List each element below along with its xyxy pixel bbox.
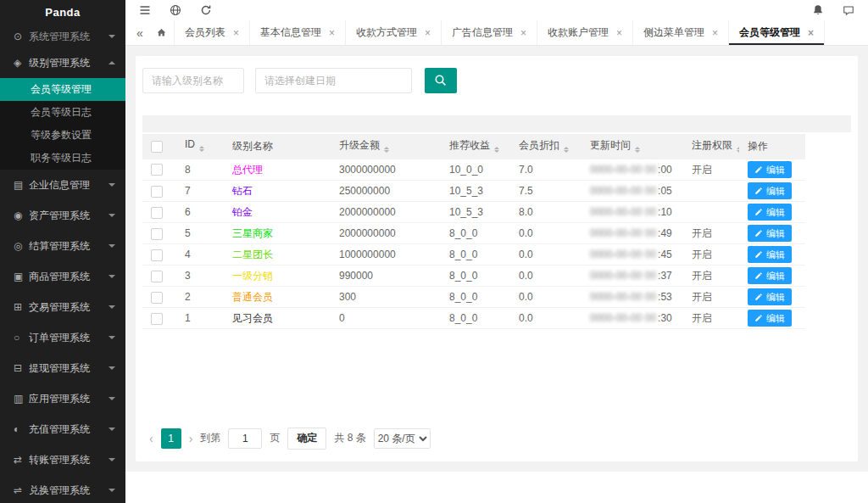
- table-row: 2 普通会员 300 8_0_0 0.0 0000-00-00 00:53 开启…: [142, 287, 805, 308]
- tab-close-icon[interactable]: ×: [425, 27, 431, 39]
- cell-register: 开启: [683, 287, 739, 308]
- redacted-timestamp: 0000-00-00 00: [590, 270, 656, 282]
- building-icon: ▤: [14, 179, 29, 191]
- tab-close-icon[interactable]: ×: [712, 27, 718, 39]
- table-header-row: ID级别名称升级金额推荐收益会员折扣更新时间注册权限操作: [142, 134, 805, 159]
- edit-button[interactable]: 编辑: [748, 161, 792, 178]
- sidebar-item-trade[interactable]: ⊞ 交易管理系统: [0, 292, 125, 322]
- level-name-input[interactable]: [142, 68, 244, 93]
- edit-button[interactable]: 编辑: [748, 310, 792, 327]
- tab-close-icon[interactable]: ×: [520, 27, 526, 39]
- edit-button[interactable]: 编辑: [748, 182, 792, 199]
- tab-close-icon[interactable]: ×: [233, 27, 239, 39]
- row-checkbox[interactable]: [151, 313, 163, 325]
- next-page-button[interactable]: ›: [189, 432, 193, 445]
- cell-updated: 0000-00-00 00:00: [581, 159, 683, 181]
- cell-updated: 0000-00-00 00:49: [581, 223, 683, 244]
- column-header-amount: 升级金额: [331, 134, 441, 159]
- pagination: ‹ 1 › 到第 页 确定 共 8 条 20 条/页: [149, 428, 431, 450]
- tabs-scroll-left-icon[interactable]: «: [131, 20, 149, 44]
- edit-button[interactable]: 编辑: [748, 225, 792, 242]
- row-checkbox[interactable]: [151, 292, 163, 304]
- timestamp-tail: :53: [658, 291, 672, 303]
- edit-button[interactable]: 编辑: [748, 288, 792, 305]
- cell-discount: 7.5: [510, 181, 581, 202]
- edit-button[interactable]: 编辑: [748, 246, 792, 263]
- prev-page-button[interactable]: ‹: [149, 432, 153, 445]
- edit-button-label: 编辑: [766, 249, 785, 261]
- sidebar-subitem-member-level-mgmt[interactable]: 会员等级管理: [0, 78, 125, 101]
- sidebar-item-order[interactable]: ○ 订单管理系统: [0, 322, 125, 353]
- redacted-timestamp: 0000-00-00 00: [590, 249, 656, 260]
- refresh-icon[interactable]: [200, 4, 212, 16]
- sidebar-item-application[interactable]: ▥ 应用管理系统: [0, 383, 125, 414]
- search-button[interactable]: [425, 68, 457, 93]
- bell-icon[interactable]: [812, 4, 824, 16]
- sort-icon[interactable]: [199, 143, 204, 154]
- sidebar-subitem-member-level-log[interactable]: 会员等级日志: [0, 101, 125, 124]
- tab-label: 收款账户管理: [548, 25, 609, 40]
- settlement-icon: ◎: [14, 240, 29, 252]
- sidebar-item-withdraw[interactable]: ⊟ 提现管理系统: [0, 353, 125, 383]
- row-checkbox[interactable]: [151, 271, 163, 282]
- sidebar-item-goods[interactable]: ▣ 商品管理系统: [0, 261, 125, 292]
- tab-0[interactable]: 会员列表 ×: [175, 20, 250, 44]
- cell-id: 5: [176, 223, 224, 244]
- collapse-sidebar-icon[interactable]: [139, 4, 151, 16]
- sidebar-item-recharge[interactable]: ◐ 充值管理系统: [0, 414, 125, 444]
- sidebar-item-settlement[interactable]: ◎ 结算管理系统: [0, 231, 125, 261]
- tab-2[interactable]: 收款方式管理 ×: [346, 20, 442, 44]
- edit-pencil-icon: [754, 250, 763, 259]
- tab-close-icon[interactable]: ×: [808, 27, 814, 39]
- tab-6[interactable]: 会员等级管理 ×: [729, 20, 825, 44]
- tab-close-icon[interactable]: ×: [616, 27, 622, 39]
- sort-icon[interactable]: [635, 144, 640, 155]
- row-checkbox[interactable]: [151, 186, 163, 198]
- sidebar-subitem-level-param-setting[interactable]: 等级参数设置: [0, 124, 125, 147]
- cell-amount: 2000000000: [331, 202, 441, 223]
- sidebar-item-exchange[interactable]: ⇌ 兑换管理系统: [0, 475, 125, 503]
- row-checkbox[interactable]: [151, 228, 163, 240]
- globe-icon[interactable]: [170, 4, 181, 16]
- app-root: Panda ⊙ 系统管理系统 ◈ 级别管理系统 会员等级管理 会员等级日志 等级…: [0, 0, 868, 503]
- sort-icon[interactable]: [494, 144, 499, 155]
- row-checkbox[interactable]: [151, 164, 163, 176]
- sort-icon[interactable]: [384, 144, 389, 155]
- per-page-select[interactable]: 20 条/页: [374, 428, 431, 449]
- create-date-input[interactable]: [255, 68, 412, 93]
- goto-page-input[interactable]: [228, 428, 262, 449]
- row-checkbox[interactable]: [151, 207, 163, 219]
- sidebar-item-transfer[interactable]: ⇄ 转账管理系统: [0, 444, 125, 475]
- edit-button[interactable]: 编辑: [748, 267, 792, 284]
- search-icon: [434, 74, 448, 87]
- select-all-checkbox[interactable]: [151, 141, 163, 153]
- sidebar-subitem-duty-level-log[interactable]: 职务等级日志: [0, 147, 125, 170]
- level-name: 见习会员: [232, 312, 273, 324]
- sidebar-item-system[interactable]: ⊙ 系统管理系统: [0, 25, 125, 48]
- tab-close-icon[interactable]: ×: [329, 27, 335, 39]
- chat-icon[interactable]: [843, 4, 854, 16]
- tab-3[interactable]: 广告信息管理 ×: [442, 20, 537, 44]
- table-row: 7 钻石 250000000 10_5_3 7.5 0000-00-00 00:…: [142, 181, 805, 202]
- timestamp-tail: :00: [658, 164, 672, 176]
- sidebar-item-enterprise-info[interactable]: ▤ 企业信息管理: [0, 170, 125, 200]
- sort-icon[interactable]: [564, 144, 569, 155]
- home-tab[interactable]: [149, 20, 175, 44]
- edit-pencil-icon: [754, 271, 763, 280]
- chevron-down-icon: [108, 183, 115, 190]
- redacted-timestamp: 0000-00-00 00: [590, 291, 656, 303]
- edit-pencil-icon: [754, 229, 763, 238]
- tab-5[interactable]: 侧边菜单管理 ×: [633, 20, 729, 44]
- sort-icon[interactable]: [737, 144, 739, 155]
- level-name: 一级分销: [232, 270, 273, 282]
- current-page[interactable]: 1: [161, 428, 181, 449]
- confirm-page-button[interactable]: 确定: [287, 428, 326, 450]
- trade-icon: ⊞: [14, 301, 29, 313]
- row-checkbox[interactable]: [151, 249, 163, 261]
- edit-button[interactable]: 编辑: [748, 204, 792, 221]
- tab-1[interactable]: 基本信息管理 ×: [250, 20, 346, 44]
- tab-4[interactable]: 收款账户管理 ×: [537, 20, 633, 44]
- sidebar-item-level[interactable]: ◈ 级别管理系统: [0, 48, 125, 78]
- edit-pencil-icon: [754, 293, 763, 301]
- sidebar-item-asset[interactable]: ◉ 资产管理系统: [0, 200, 125, 231]
